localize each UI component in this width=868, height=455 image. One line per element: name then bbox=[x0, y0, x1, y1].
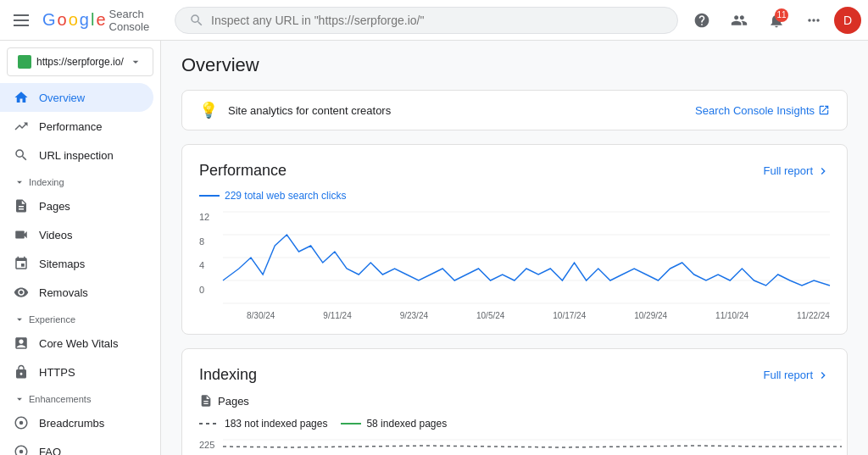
chart-y-labels: 12 8 4 0 bbox=[199, 212, 216, 295]
insights-banner: 💡 Site analytics for content creators Se… bbox=[182, 91, 847, 130]
performance-title: Performance bbox=[199, 162, 287, 180]
indexing-chart: 225 150 bbox=[182, 440, 847, 455]
chart-inner: 8/30/24 9/11/24 9/23/24 10/5/24 10/17/24… bbox=[223, 212, 830, 320]
help-button[interactable] bbox=[685, 3, 719, 37]
sidebar-item-performance[interactable]: Performance bbox=[0, 112, 153, 141]
nav-label-url-inspection: URL inspection bbox=[39, 149, 114, 162]
pages-doc-icon bbox=[199, 394, 213, 408]
hamburger-menu[interactable] bbox=[7, 8, 36, 33]
topbar-right: 11 D bbox=[685, 3, 861, 37]
sidebar-item-removals[interactable]: Removals bbox=[0, 278, 153, 307]
metric-line bbox=[199, 195, 220, 197]
indexing-title: Indexing bbox=[199, 366, 257, 384]
sidebar: https://serpforge.io/ Overview Performan… bbox=[0, 41, 161, 455]
cwv-icon bbox=[14, 336, 29, 351]
sidebar-item-core-web-vitals[interactable]: Core Web Vitals bbox=[0, 329, 153, 358]
sidebar-item-videos[interactable]: Videos bbox=[0, 220, 153, 249]
insights-card: 💡 Site analytics for content creators Se… bbox=[181, 90, 848, 130]
insights-link[interactable]: Search Console Insights bbox=[695, 104, 830, 117]
notification-badge: 11 bbox=[775, 8, 788, 22]
performance-chart: 12 8 4 0 bbox=[182, 212, 847, 334]
section-enhancements[interactable]: Enhancements bbox=[0, 386, 160, 408]
notifications-button[interactable]: 11 bbox=[760, 3, 793, 37]
search-bar[interactable] bbox=[175, 7, 678, 34]
legend-green-line bbox=[341, 423, 361, 424]
trending-icon bbox=[14, 119, 29, 134]
nav-label-overview: Overview bbox=[39, 92, 85, 104]
product-name: Search Console bbox=[109, 8, 168, 33]
indexing-svg bbox=[223, 440, 842, 455]
chart-area: 12 8 4 0 bbox=[199, 212, 830, 320]
page-title: Overview bbox=[181, 54, 848, 76]
dropdown-icon bbox=[129, 55, 142, 69]
indexing-legend: 183 not indexed pages 58 indexed pages bbox=[182, 414, 847, 440]
chevron-right-icon bbox=[816, 164, 830, 178]
nav-label-performance: Performance bbox=[39, 120, 102, 133]
google-logo: Google Search Console bbox=[42, 8, 168, 33]
indexing-card: Indexing Full report Pages 183 not index… bbox=[181, 348, 848, 455]
indexing-sub[interactable]: Pages bbox=[182, 391, 847, 414]
indexing-y-labels: 225 150 bbox=[199, 440, 220, 455]
breadcrumbs-icon bbox=[14, 415, 29, 430]
removals-icon bbox=[14, 285, 29, 300]
performance-metric: 229 total web search clicks bbox=[182, 186, 847, 212]
site-icon bbox=[18, 55, 31, 69]
sidebar-item-pages[interactable]: Pages bbox=[0, 191, 153, 220]
legend-indexed: 58 indexed pages bbox=[341, 418, 447, 430]
sidebar-item-overview[interactable]: Overview bbox=[0, 83, 153, 112]
topbar-left: Google Search Console bbox=[7, 8, 168, 33]
main-layout: https://serpforge.io/ Overview Performan… bbox=[0, 41, 868, 455]
search-input[interactable] bbox=[211, 14, 664, 27]
sidebar-item-sitemaps[interactable]: Sitemaps bbox=[0, 249, 153, 278]
chart-x-labels: 8/30/24 9/11/24 9/23/24 10/5/24 10/17/24… bbox=[247, 311, 830, 320]
apps-button[interactable] bbox=[797, 3, 831, 37]
videos-icon bbox=[14, 227, 29, 242]
legend-dashed-line bbox=[199, 423, 220, 424]
search-nav-icon bbox=[14, 147, 29, 163]
home-icon bbox=[14, 90, 29, 105]
performance-card: Performance Full report 229 total web se… bbox=[181, 144, 848, 335]
legend-not-indexed: 183 not indexed pages bbox=[199, 418, 327, 430]
performance-svg bbox=[223, 212, 830, 305]
section-experience[interactable]: Experience bbox=[0, 307, 160, 329]
performance-header: Performance Full report bbox=[182, 145, 847, 186]
insights-left: 💡 Site analytics for content creators bbox=[199, 101, 391, 119]
topbar: Google Search Console 11 D bbox=[0, 0, 868, 41]
avatar[interactable]: D bbox=[834, 7, 861, 34]
users-button[interactable] bbox=[722, 3, 756, 37]
sidebar-item-breadcrumbs[interactable]: Breadcrumbs bbox=[0, 408, 153, 437]
https-icon bbox=[14, 364, 29, 380]
svg-point-0 bbox=[19, 421, 24, 425]
sidebar-item-https[interactable]: HTTPS bbox=[0, 358, 153, 386]
site-selector[interactable]: https://serpforge.io/ bbox=[7, 47, 153, 76]
indexing-chevron-icon bbox=[816, 369, 830, 382]
sitemaps-icon bbox=[14, 256, 29, 271]
insights-text: Site analytics for content creators bbox=[228, 104, 391, 117]
sidebar-item-url-inspection[interactable]: URL inspection bbox=[0, 141, 153, 169]
main-content: Overview 💡 Site analytics for content cr… bbox=[161, 41, 868, 455]
performance-full-report[interactable]: Full report bbox=[763, 164, 830, 178]
sidebar-item-faq[interactable]: FAQ bbox=[0, 437, 153, 455]
svg-point-1 bbox=[19, 450, 24, 454]
bulb-icon: 💡 bbox=[199, 101, 218, 119]
pages-icon bbox=[14, 198, 29, 214]
external-link-icon bbox=[818, 104, 830, 116]
site-url: https://serpforge.io/ bbox=[36, 56, 124, 68]
indexing-full-report[interactable]: Full report bbox=[763, 369, 830, 382]
faq-icon bbox=[14, 444, 29, 455]
indexing-header: Indexing Full report bbox=[182, 349, 847, 391]
section-indexing[interactable]: Indexing bbox=[0, 169, 160, 191]
search-icon bbox=[189, 13, 204, 28]
